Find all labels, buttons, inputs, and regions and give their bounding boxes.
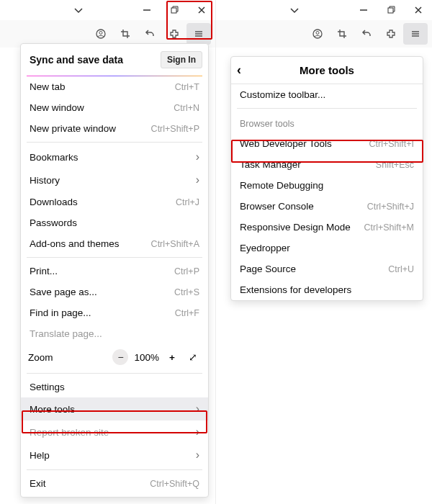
menu-save-as[interactable]: Save page as...Ctrl+S — [21, 282, 208, 302]
chevron-right-icon: › — [196, 150, 199, 163]
submenu-task-manager[interactable]: Task ManagerShift+Esc — [231, 154, 423, 175]
svg-rect-0 — [171, 8, 176, 13]
hamburger-menu-button[interactable] — [403, 23, 428, 45]
chevron-down-icon[interactable] — [65, 0, 92, 20]
menu-bookmarks[interactable]: Bookmarks› — [21, 145, 208, 168]
menu-new-private[interactable]: New private windowCtrl+Shift+P — [21, 118, 208, 139]
submenu-extensions-dev[interactable]: Extensions for developers — [231, 279, 423, 300]
minimize-icon[interactable] — [350, 0, 377, 20]
chevron-right-icon: › — [196, 174, 199, 186]
menu-downloads[interactable]: DownloadsCtrl+J — [21, 192, 208, 212]
submenu-page-source[interactable]: Page SourceCtrl+U — [231, 258, 423, 279]
hamburger-menu-button[interactable] — [186, 23, 211, 45]
chevron-right-icon: › — [196, 449, 199, 462]
menu-help[interactable]: Help› — [21, 444, 208, 467]
close-icon[interactable] — [405, 0, 432, 20]
zoom-out-button[interactable]: − — [112, 349, 128, 365]
svg-point-2 — [99, 32, 102, 35]
chevron-down-icon[interactable] — [281, 0, 308, 20]
undo-icon[interactable] — [138, 23, 162, 45]
submenu-eyedropper[interactable]: Eyedropper — [231, 238, 423, 258]
menu-addons[interactable]: Add-ons and themesCtrl+Shift+A — [21, 233, 208, 254]
app-menu: Sync and save data Sign In New tabCtrl+T… — [20, 43, 209, 498]
close-icon[interactable] — [188, 0, 215, 20]
submenu-browser-console[interactable]: Browser ConsoleCtrl+Shift+J — [231, 196, 423, 217]
back-button[interactable]: ‹ — [237, 63, 241, 78]
submenu-remote-debugging[interactable]: Remote Debugging — [231, 175, 423, 196]
menu-print[interactable]: Print...Ctrl+P — [21, 261, 208, 282]
menu-exit[interactable]: ExitCtrl+Shift+Q — [21, 473, 208, 494]
zoom-in-button[interactable]: + — [165, 352, 179, 363]
extension-icon[interactable] — [379, 23, 403, 45]
restore-icon[interactable] — [161, 0, 188, 20]
crop-icon[interactable] — [330, 23, 354, 45]
restore-icon[interactable] — [377, 0, 405, 20]
menu-new-tab[interactable]: New tabCtrl+T — [21, 76, 208, 97]
svg-rect-3 — [388, 8, 393, 13]
svg-point-5 — [316, 32, 319, 35]
zoom-value: 100% — [134, 352, 159, 363]
chevron-right-icon: › — [196, 402, 199, 415]
menu-settings[interactable]: Settings — [21, 377, 208, 397]
menu-translate: Translate page... — [21, 323, 208, 344]
menu-zoom: Zoom − 100% + ⤢ — [21, 344, 208, 370]
submenu-title: More tools — [300, 64, 354, 76]
submenu-responsive-design[interactable]: Responsive Design ModeCtrl+Shift+M — [231, 217, 423, 238]
menu-find[interactable]: Find in page...Ctrl+F — [21, 302, 208, 323]
category-browser-tools: Browser tools — [231, 112, 423, 133]
menu-passwords[interactable]: Passwords — [21, 212, 208, 233]
chevron-right-icon: › — [196, 426, 199, 438]
submenu-web-developer-tools[interactable]: Web Developer ToolsCtrl+Shift+I — [231, 133, 423, 154]
sign-in-button[interactable]: Sign In — [161, 51, 202, 68]
account-icon[interactable] — [305, 23, 330, 45]
menu-report: Report broken site› — [21, 420, 208, 444]
submenu-customize-toolbar[interactable]: Customize toolbar... — [231, 84, 423, 105]
crop-icon[interactable] — [113, 23, 138, 45]
account-icon[interactable] — [89, 23, 113, 45]
menu-new-window[interactable]: New windowCtrl+N — [21, 97, 208, 118]
extension-icon[interactable] — [162, 23, 186, 45]
sync-title: Sync and save data — [30, 54, 123, 66]
minimize-icon[interactable] — [133, 0, 161, 20]
menu-more-tools[interactable]: More tools› — [21, 397, 208, 420]
menu-history[interactable]: History› — [21, 168, 208, 192]
undo-icon[interactable] — [354, 23, 379, 45]
fullscreen-icon[interactable]: ⤢ — [185, 351, 201, 363]
more-tools-submenu: ‹ More tools Customize toolbar... Browse… — [230, 56, 423, 301]
